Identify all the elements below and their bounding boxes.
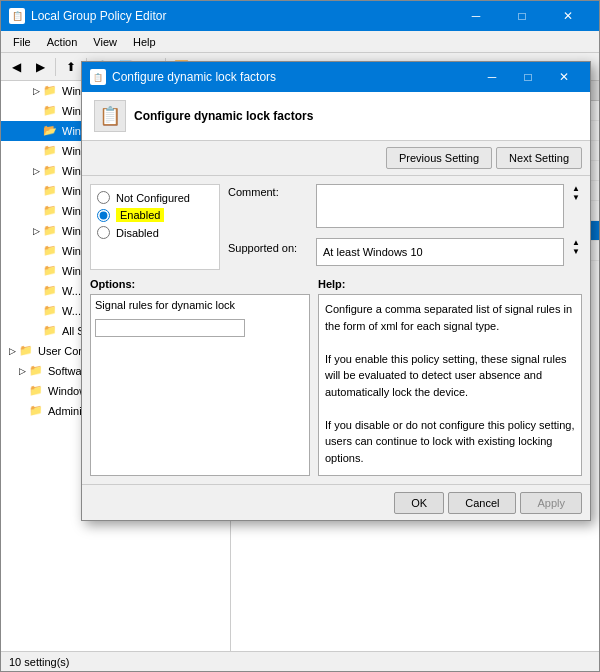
expand-icon [29,204,43,218]
folder-icon: 📁 [43,324,59,338]
radio-not-configured[interactable]: Not Configured [97,191,213,204]
folder-icon: 📁 [43,304,59,318]
folder-icon: 📁 [19,344,35,358]
expand-icon [29,124,43,138]
folder-icon: 📁 [43,264,59,278]
dialog-footer: OK Cancel Apply [82,484,590,520]
title-bar-controls: ─ □ ✕ [453,1,591,31]
folder-icon: 📂 [43,124,59,138]
radio-enabled[interactable]: Enabled [97,208,213,222]
comment-row: Comment: ▲ ▼ [228,184,582,228]
dialog-maximize-button[interactable]: □ [510,62,546,92]
folder-icon: 📁 [29,384,45,398]
options-title: Options: [90,278,310,290]
expand-icon [29,184,43,198]
expand-icon [29,104,43,118]
supported-row: Supported on: At least Windows 10 ▲ ▼ [228,238,582,266]
menu-action[interactable]: Action [39,34,86,50]
expand-icon: ▷ [5,344,19,358]
app-icon: 📋 [9,8,25,24]
supported-on-value: At least Windows 10 [316,238,564,266]
folder-icon: 📁 [43,244,59,258]
folder-icon: 📁 [29,404,45,418]
close-button[interactable]: ✕ [545,1,591,31]
menu-file[interactable]: File [5,34,39,50]
expand-icon [29,324,43,338]
comment-supported-area: Comment: ▲ ▼ Supported on: At least Wind… [228,184,582,270]
forward-button[interactable]: ▶ [29,56,51,78]
expand-icon: ▷ [29,164,43,178]
title-bar: 📋 Local Group Policy Editor ─ □ ✕ [1,1,599,31]
window-title: Local Group Policy Editor [31,9,453,23]
radio-enabled-label: Enabled [116,208,164,222]
folder-icon: 📁 [43,144,59,158]
radio-not-configured-input[interactable] [97,191,110,204]
cancel-button[interactable]: Cancel [448,492,516,514]
options-signal-rules-input[interactable] [95,319,245,337]
dialog-window: 📋 Configure dynamic lock factors ─ □ ✕ 📋… [81,61,591,521]
expand-icon [29,244,43,258]
menu-view[interactable]: View [85,34,125,50]
folder-icon: 📁 [29,364,45,378]
dialog-toolbar: Previous Setting Next Setting [82,141,590,176]
minimize-button[interactable]: ─ [453,1,499,31]
help-text-p1: Configure a comma separated list of sign… [325,301,575,334]
menu-help[interactable]: Help [125,34,164,50]
expand-icon [15,404,29,418]
help-content: Configure a comma separated list of sign… [318,294,582,476]
up-button[interactable]: ⬆ [60,56,82,78]
folder-icon: 📁 [43,104,59,118]
dialog-title-controls: ─ □ ✕ [474,62,582,92]
expand-icon [29,144,43,158]
expand-icon [29,304,43,318]
dialog-title-icon: 📋 [90,69,106,85]
dialog-title-bar: 📋 Configure dynamic lock factors ─ □ ✕ [82,62,590,92]
expand-icon: ▷ [29,84,43,98]
dialog-minimize-button[interactable]: ─ [474,62,510,92]
options-help-row: Options: Signal rules for dynamic lock H… [90,278,582,476]
tree-label: W... [62,305,81,317]
radio-not-configured-label: Not Configured [116,192,190,204]
radio-disabled-input[interactable] [97,226,110,239]
status-bar: 10 setting(s) [1,651,599,671]
folder-icon: 📁 [43,284,59,298]
options-content: Signal rules for dynamic lock [90,294,310,476]
comment-scrolldown[interactable]: ▼ [572,193,582,202]
dialog-header: 📋 Configure dynamic lock factors [82,92,590,141]
expand-icon: ▷ [29,224,43,238]
main-window: 📋 Local Group Policy Editor ─ □ ✕ File A… [0,0,600,672]
options-panel: Options: Signal rules for dynamic lock [90,278,310,476]
folder-icon: 📁 [43,164,59,178]
dialog-title-text: Configure dynamic lock factors [112,70,474,84]
ok-button[interactable]: OK [394,492,444,514]
help-text-p3: If you disable or do not configure this … [325,417,575,467]
radio-group: Not Configured Enabled Disabled [90,184,220,270]
expand-icon [15,384,29,398]
back-button[interactable]: ◀ [5,56,27,78]
maximize-button[interactable]: □ [499,1,545,31]
prev-setting-button[interactable]: Previous Setting [386,147,492,169]
expand-icon [29,264,43,278]
dialog-header-text: Configure dynamic lock factors [134,109,313,123]
help-panel: Help: Configure a comma separated list o… [318,278,582,476]
supported-scrollup[interactable]: ▲ [572,238,582,247]
comment-label: Comment: [228,184,308,198]
dialog-body: Not Configured Enabled Disabled Comment: [82,176,590,484]
options-field-label: Signal rules for dynamic lock [95,299,305,311]
apply-button[interactable]: Apply [520,492,582,514]
menu-bar: File Action View Help [1,31,599,53]
comment-scrollup[interactable]: ▲ [572,184,582,193]
next-setting-button[interactable]: Next Setting [496,147,582,169]
expand-icon: ▷ [15,364,29,378]
dialog-header-icon: 📋 [94,100,126,132]
radio-disabled[interactable]: Disabled [97,226,213,239]
supported-on-label: Supported on: [228,238,308,254]
folder-icon: 📁 [43,204,59,218]
help-text-p2: If you enable this policy setting, these… [325,351,575,401]
radio-enabled-input[interactable] [97,209,110,222]
supported-scrolldown[interactable]: ▼ [572,247,582,256]
toolbar-separator-1 [55,58,56,76]
dialog-close-button[interactable]: ✕ [546,62,582,92]
comment-input[interactable] [316,184,564,228]
status-text: 10 setting(s) [9,656,70,668]
